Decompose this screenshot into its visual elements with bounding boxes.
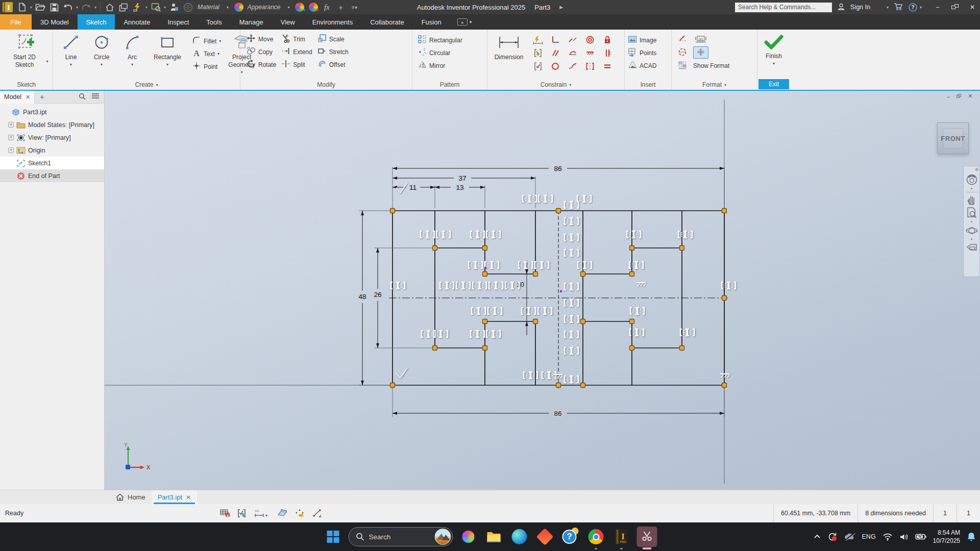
coincident-constraint-icon[interactable] xyxy=(627,231,641,238)
tree-item-part3-ipt[interactable]: Part3.ipt xyxy=(0,106,104,118)
taskbar-diamond-app-icon[interactable] xyxy=(535,527,555,547)
browser-add-tab-button[interactable]: + xyxy=(35,93,49,101)
tray-notification-bell-icon[interactable] xyxy=(967,532,976,542)
taskbar-inventor-icon[interactable]: IPRO xyxy=(611,527,632,547)
taskbar-search[interactable]: Search xyxy=(349,527,453,546)
scale-button[interactable]: Scale xyxy=(317,33,349,45)
tray-volume-icon[interactable] xyxy=(899,533,909,541)
ribbon-tab-tools[interactable]: Tools xyxy=(198,14,230,30)
tray-battery-icon[interactable] xyxy=(915,534,926,540)
doc-minimize-icon[interactable]: – xyxy=(947,93,950,99)
coincident-constraint-icon[interactable] xyxy=(471,331,484,337)
centerline-button[interactable] xyxy=(675,33,690,45)
dimension-value-total_width_bottom[interactable]: 86 xyxy=(554,410,561,417)
symmetric-constraint-button[interactable] xyxy=(582,61,598,73)
collinear-constraint-button[interactable] xyxy=(565,34,580,46)
sketch-endpoint[interactable] xyxy=(483,272,487,277)
coincident-constraint-icon[interactable] xyxy=(629,262,643,268)
coincident-constraint-icon[interactable] xyxy=(456,282,470,289)
sketch-endpoint[interactable] xyxy=(556,209,561,213)
add-command-icon[interactable]: + xyxy=(335,2,347,13)
caret-icon[interactable]: ▾ xyxy=(30,5,32,10)
coincident-constraint-icon[interactable] xyxy=(523,195,536,202)
dimension-value-inner_height[interactable]: 26 xyxy=(374,291,381,298)
sketch-endpoint[interactable] xyxy=(722,383,727,388)
move-button[interactable]: Move xyxy=(247,33,276,45)
graphics-canvas[interactable]: 8637111326481086 xyxy=(105,91,980,490)
sketch-endpoint[interactable] xyxy=(390,383,395,388)
sketch-endpoint[interactable] xyxy=(556,383,561,388)
part3-tab-close-icon[interactable]: ✕ xyxy=(186,494,191,501)
acad-button[interactable]: ACAD xyxy=(628,59,656,72)
coincident-constraint-icon[interactable] xyxy=(722,282,736,289)
flush-constraint-icon[interactable] xyxy=(553,374,562,378)
browser-tab-close-icon[interactable]: ✕ xyxy=(26,94,30,101)
undo-icon[interactable] xyxy=(62,2,74,13)
rectangular-pattern-button[interactable]: Rectangular xyxy=(418,34,462,46)
ribbon-tab-3d-model[interactable]: 3D Model xyxy=(32,14,78,30)
coincident-constraint-icon[interactable] xyxy=(678,231,692,238)
coincident-constraint-icon[interactable] xyxy=(486,231,500,238)
extend-button[interactable]: Extend xyxy=(281,45,312,58)
mirror-pattern-button[interactable]: Mirror xyxy=(418,59,462,72)
perpendicular-constraint-button[interactable] xyxy=(548,34,563,46)
taskbar-chrome-icon[interactable] xyxy=(586,527,606,547)
ribbon-tab-annotate[interactable]: Annotate xyxy=(115,14,159,30)
sign-in-button[interactable]: Sign In ▾ xyxy=(850,4,889,11)
customize-toolbar-icon[interactable]: ≡▾ xyxy=(349,2,361,13)
coincident-constraint-icon[interactable] xyxy=(440,282,454,289)
ribbon-tab-manage[interactable]: Manage xyxy=(231,14,272,30)
material-ball-icon[interactable] xyxy=(182,2,194,13)
flush-constraint-icon[interactable] xyxy=(636,283,646,286)
ribbon-display-toggle[interactable]: ▴▾ xyxy=(457,14,472,30)
new-file-icon[interactable] xyxy=(16,2,28,13)
orbit-icon[interactable] xyxy=(966,225,978,236)
coincident-constraint-icon[interactable] xyxy=(565,316,578,322)
stretch-button[interactable]: Stretch xyxy=(317,45,349,58)
driven-dimension-button[interactable]: (x) xyxy=(693,33,708,45)
sketch-endpoint[interactable] xyxy=(581,383,585,388)
ribbon-tab-collaborate[interactable]: Collaborate xyxy=(361,14,413,30)
slice-graphics-icon[interactable] xyxy=(277,509,288,518)
coincident-constraint-icon[interactable] xyxy=(436,231,450,238)
coincident-constraint-icon[interactable] xyxy=(421,231,434,238)
sketch-endpoint[interactable] xyxy=(433,346,437,350)
user-avatar-icon[interactable] xyxy=(837,3,845,12)
ribbon-tab-view[interactable]: View xyxy=(272,14,304,30)
close-button[interactable]: ✕ xyxy=(969,4,976,11)
sketch-endpoint[interactable] xyxy=(581,272,585,277)
sketch-endpoint[interactable] xyxy=(433,246,437,251)
coincident-constraint-icon[interactable] xyxy=(485,262,499,268)
sketch-endpoint[interactable] xyxy=(483,246,487,251)
browser-search-icon[interactable] xyxy=(79,93,86,102)
ribbon-tab-sketch[interactable]: Sketch xyxy=(78,14,115,30)
weather-widget-icon[interactable] xyxy=(435,529,451,545)
caret-icon[interactable]: ▾ xyxy=(76,5,78,10)
ribbon-tab-file[interactable]: File xyxy=(0,14,32,30)
sketch-endpoint[interactable] xyxy=(630,346,634,350)
offset-button[interactable]: Offset xyxy=(317,58,349,71)
construction-button[interactable] xyxy=(675,46,690,59)
tray-wifi-icon[interactable] xyxy=(883,533,893,541)
circle-button[interactable]: Circle ▾ xyxy=(87,33,116,67)
sketch-endpoint[interactable] xyxy=(533,272,538,277)
inventor-logo-icon[interactable]: I xyxy=(2,2,14,13)
restore-button[interactable] xyxy=(951,4,959,11)
caret-icon[interactable]: ▾ xyxy=(94,5,96,10)
dimension-value-notch_width[interactable]: 13 xyxy=(456,184,463,191)
sketch-endpoint[interactable] xyxy=(722,209,727,213)
sketch-endpoint[interactable] xyxy=(483,346,487,350)
coincident-constraint-icon[interactable] xyxy=(469,262,482,268)
tree-item-model-states-primary[interactable]: + Model States: [Primary] xyxy=(0,118,104,131)
dimension-value-total_height[interactable]: 48 xyxy=(358,293,366,300)
store-cart-icon[interactable] xyxy=(894,3,903,12)
coincident-constraint-icon[interactable] xyxy=(565,283,578,290)
sketch-endpoint[interactable] xyxy=(630,272,634,277)
coincident-constraint-icon[interactable] xyxy=(522,308,535,314)
coincident-constraint-icon[interactable] xyxy=(565,347,578,354)
coincident-constraint-icon[interactable] xyxy=(565,218,578,224)
sketch-endpoint[interactable] xyxy=(722,296,727,300)
sketch-endpoint[interactable] xyxy=(680,346,684,350)
trim-button[interactable]: Trim xyxy=(281,33,312,45)
parallel-constraint-button[interactable] xyxy=(548,47,563,60)
